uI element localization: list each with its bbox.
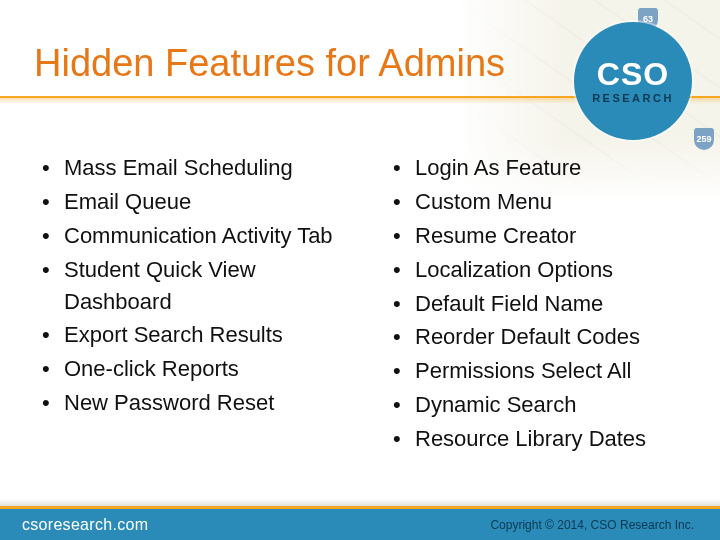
left-column: Mass Email Scheduling Email Queue Commun… xyxy=(40,152,349,457)
footer-copyright: Copyright © 2014, CSO Research Inc. xyxy=(490,518,694,532)
list-item: New Password Reset xyxy=(40,387,349,419)
feature-columns: Mass Email Scheduling Email Queue Commun… xyxy=(40,152,700,457)
list-item: Email Queue xyxy=(40,186,349,218)
logo-sub-text: RESEARCH xyxy=(592,92,674,104)
list-item: Resource Library Dates xyxy=(391,423,700,455)
logo-main-text: CSO xyxy=(597,58,669,90)
right-feature-list: Login As Feature Custom Menu Resume Crea… xyxy=(391,152,700,455)
left-feature-list: Mass Email Scheduling Email Queue Commun… xyxy=(40,152,349,419)
list-item: Resume Creator xyxy=(391,220,700,252)
list-item: Dynamic Search xyxy=(391,389,700,421)
list-item: Export Search Results xyxy=(40,319,349,351)
list-item: Student Quick View Dashboard xyxy=(40,254,349,318)
list-item: Login As Feature xyxy=(391,152,700,184)
cso-research-logo: CSO RESEARCH xyxy=(574,22,692,140)
list-item: Localization Options xyxy=(391,254,700,286)
list-item: Reorder Default Codes xyxy=(391,321,700,353)
slide-title: Hidden Features for Admins xyxy=(34,42,505,85)
list-item: Default Field Name xyxy=(391,288,700,320)
list-item: Mass Email Scheduling xyxy=(40,152,349,184)
map-shield-icon: 259 xyxy=(694,128,714,150)
list-item: One-click Reports xyxy=(40,353,349,385)
list-item: Custom Menu xyxy=(391,186,700,218)
list-item: Permissions Select All xyxy=(391,355,700,387)
footer-site: csoresearch.com xyxy=(22,516,148,534)
list-item: Communication Activity Tab xyxy=(40,220,349,252)
footer-bar: csoresearch.com Copyright © 2014, CSO Re… xyxy=(0,506,720,540)
right-column: Login As Feature Custom Menu Resume Crea… xyxy=(391,152,700,457)
